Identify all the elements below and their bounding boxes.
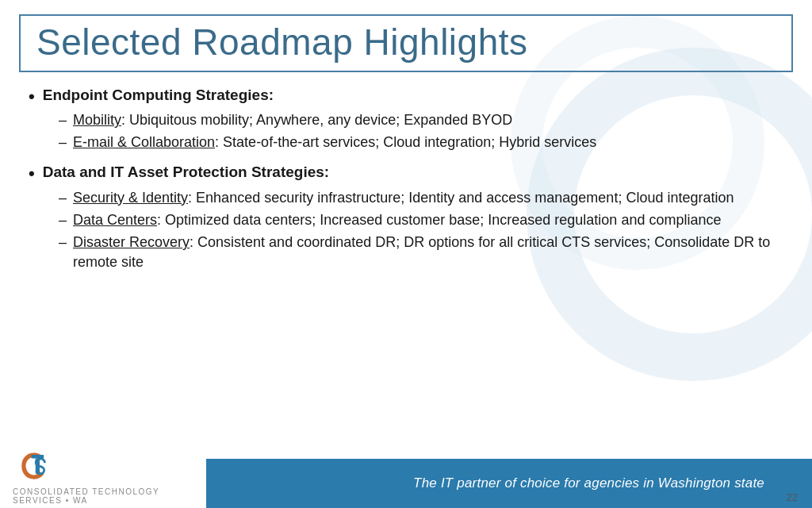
sub-email-desc: : State-of-the-art services; Cloud integ… [215,134,596,150]
sub-mobility-term: Mobility [73,112,121,128]
cts-logo-icon [13,449,56,486]
sub-email: – E-mail & Collaboration: State-of-the-a… [59,133,780,152]
sub-datacenters: – Data Centers: Optimized data centers; … [59,210,780,230]
slide-content: • Endpoint Computing Strategies: – Mobil… [0,80,812,459]
sub-dash-2: – [59,133,67,152]
bullet-data-text: Data and IT Asset Protection Strategies: [43,164,329,181]
sub-security-term: Security & Identity [73,190,188,206]
sub-mobility-desc: : Ubiquitous mobility; Anywhere, any dev… [121,112,512,128]
footer-left: Consolidated Technology Services • WA [0,459,206,508]
sub-security: – Security & Identity: Enhanced security… [59,188,780,208]
sub-dash-1: – [59,110,67,130]
page-number: 22 [787,491,798,503]
sub-dash-3: – [59,188,67,208]
bullet-endpoint-label: • Endpoint Computing Strategies: [29,87,780,107]
bullet-dot-2: • [29,164,35,184]
sub-disaster-text: Disaster Recovery: Consistent and coordi… [73,233,780,272]
bullet-data: • Data and IT Asset Protection Strategie… [29,164,780,272]
sub-datacenters-desc: : Optimized data centers; Increased cust… [157,212,721,228]
footer-company-name: Consolidated Technology Services • WA [13,487,198,505]
footer-right: The IT partner of choice for agencies in… [206,459,812,508]
sub-datacenters-text: Data Centers: Optimized data centers; In… [73,210,721,230]
title-box: Selected Roadmap Highlights [19,14,793,72]
bullet-endpoint: • Endpoint Computing Strategies: – Mobil… [29,87,780,153]
footer: Consolidated Technology Services • WA Th… [0,459,812,508]
sub-bullets-data: – Security & Identity: Enhanced security… [59,188,780,273]
sub-dash-5: – [59,233,67,252]
sub-security-desc: : Enhanced security infrastructure; Iden… [188,190,733,206]
bullet-endpoint-text: Endpoint Computing Strategies: [43,87,274,104]
sub-bullets-endpoint: – Mobility: Ubiquitous mobility; Anywher… [59,110,780,152]
bullet-dot-1: • [29,87,35,107]
sub-disaster: – Disaster Recovery: Consistent and coor… [59,233,780,272]
sub-mobility-text: Mobility: Ubiquitous mobility; Anywhere,… [73,110,512,130]
sub-email-term: E-mail & Collaboration [73,134,215,150]
sub-mobility: – Mobility: Ubiquitous mobility; Anywher… [59,110,780,130]
slide: Selected Roadmap Highlights • Endpoint C… [0,0,812,508]
bullet-data-label: • Data and IT Asset Protection Strategie… [29,164,780,184]
sub-email-text: E-mail & Collaboration: State-of-the-art… [73,133,596,152]
sub-datacenters-term: Data Centers [73,212,157,228]
footer-tagline: The IT partner of choice for agencies in… [413,475,764,491]
sub-security-text: Security & Identity: Enhanced security i… [73,188,733,208]
sub-disaster-term: Disaster Recovery [73,234,190,250]
footer-logo [13,449,56,486]
slide-title: Selected Roadmap Highlights [36,22,776,63]
svg-rect-0 [32,455,44,458]
sub-dash-4: – [59,210,67,230]
